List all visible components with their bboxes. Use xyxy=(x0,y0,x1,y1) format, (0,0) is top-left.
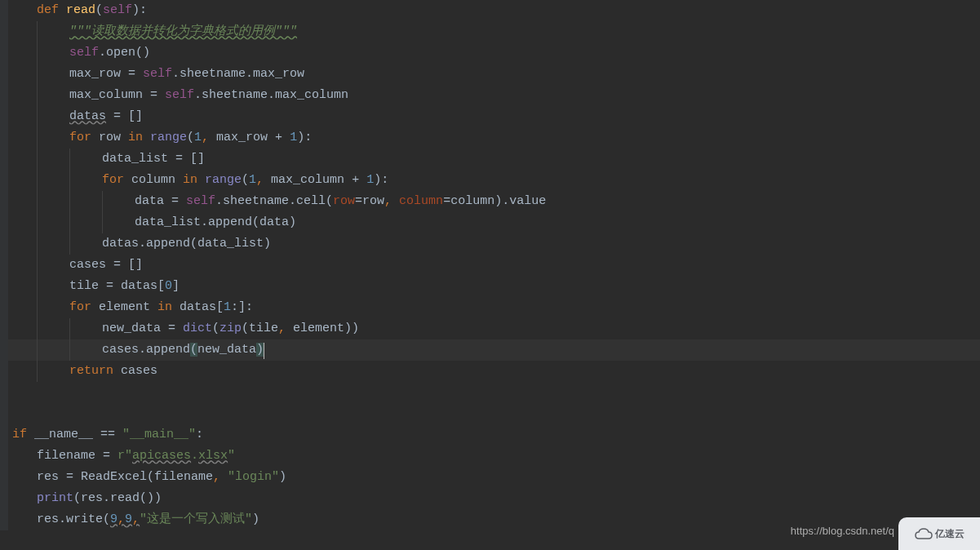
code-line[interactable]: if __name__ == "__main__": xyxy=(8,424,980,446)
code-area[interactable]: def read(self): """读取数据并转化为字典格式的用例""" se… xyxy=(8,0,980,530)
code-line[interactable]: data_list.append(data) xyxy=(8,212,980,233)
code-line[interactable]: data = self.sheetname.cell(row=row, colu… xyxy=(8,191,980,212)
code-line[interactable]: data_list = [] xyxy=(8,149,980,170)
code-line[interactable]: max_row = self.sheetname.max_row xyxy=(8,64,980,85)
code-line[interactable]: res = ReadExcel(filename, "login") xyxy=(8,467,980,488)
code-line[interactable]: new_data = dict(zip(tile, element)) xyxy=(8,318,980,339)
code-line-empty[interactable] xyxy=(8,403,980,424)
code-line-empty[interactable] xyxy=(8,382,980,403)
cloud-icon xyxy=(914,527,933,540)
code-line[interactable]: for element in datas[1:]: xyxy=(8,297,980,318)
code-line[interactable]: datas = [] xyxy=(8,106,980,127)
code-line[interactable]: """读取数据并转化为字典格式的用例""" xyxy=(8,21,980,42)
code-line[interactable]: datas.append(data_list) xyxy=(8,233,980,255)
gutter xyxy=(0,0,8,530)
code-line[interactable]: tile = datas[0] xyxy=(8,276,980,297)
code-line[interactable]: return cases xyxy=(8,361,980,382)
code-line[interactable]: self.open() xyxy=(8,42,980,64)
code-line[interactable]: filename = r"apicases.xlsx" xyxy=(8,446,980,467)
code-line-current[interactable]: cases.append(new_data) xyxy=(8,339,980,361)
code-line[interactable]: print(res.read()) xyxy=(8,488,980,509)
watermark-url: https://blog.csdn.net/q xyxy=(791,521,894,542)
code-line[interactable]: cases = [] xyxy=(8,255,980,276)
watermark-logo: 亿速云 xyxy=(898,517,980,550)
text-cursor xyxy=(264,343,264,359)
code-editor[interactable]: def read(self): """读取数据并转化为字典格式的用例""" se… xyxy=(0,0,980,530)
code-line[interactable]: for row in range(1, max_row + 1): xyxy=(8,127,980,149)
code-line[interactable]: for column in range(1, max_column + 1): xyxy=(8,170,980,191)
code-line[interactable]: max_column = self.sheetname.max_column xyxy=(8,85,980,106)
code-line[interactable]: def read(self): xyxy=(8,0,980,21)
